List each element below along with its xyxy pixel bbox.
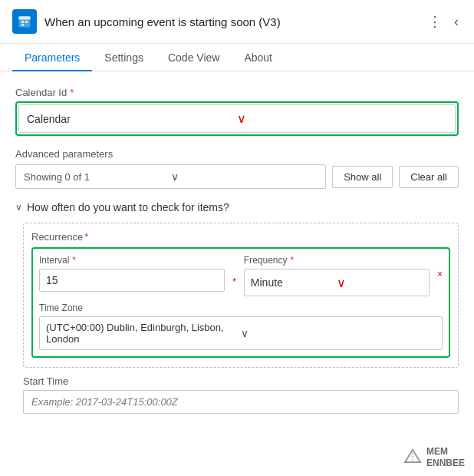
watermark-logo-icon bbox=[402, 447, 423, 468]
watermark-text: MEM ENNBEE bbox=[426, 446, 465, 468]
section-title-text: How often do you want to check for items… bbox=[27, 201, 229, 213]
frequency-col: Frequency * Minute ∨ bbox=[244, 255, 430, 296]
more-icon[interactable]: ⋮ bbox=[425, 12, 445, 31]
calendar-id-group: Calendar Id * Calendar ∨ bbox=[15, 87, 459, 136]
timezone-label: Time Zone bbox=[39, 302, 443, 313]
frequency-required-star: * bbox=[291, 255, 295, 266]
svg-rect-1 bbox=[19, 16, 31, 19]
svg-rect-4 bbox=[21, 24, 24, 26]
tab-about[interactable]: About bbox=[232, 44, 285, 71]
header-actions: ⋮ ‹ bbox=[425, 12, 462, 31]
start-time-input[interactable] bbox=[23, 390, 459, 414]
recurrence-outer-box: Recurrence * Interval * * Frequency * bbox=[23, 223, 459, 368]
tab-settings[interactable]: Settings bbox=[92, 44, 156, 71]
section-chevron-icon: ∨ bbox=[15, 202, 22, 213]
advanced-chevron-icon: ∨ bbox=[171, 170, 318, 183]
watermark: MEM ENNBEE bbox=[402, 446, 465, 468]
show-all-button[interactable]: Show all bbox=[332, 166, 393, 188]
tab-bar: Parameters Settings Code View About bbox=[0, 44, 474, 71]
frequency-chevron-icon: ∨ bbox=[337, 276, 423, 290]
clear-all-button[interactable]: Clear all bbox=[399, 166, 459, 188]
recurrence-label: Recurrence * bbox=[31, 231, 450, 243]
calendar-required-star: * bbox=[70, 87, 74, 98]
tab-code-view[interactable]: Code View bbox=[156, 44, 232, 71]
section-header[interactable]: ∨ How often do you want to check for ite… bbox=[15, 201, 459, 213]
recurrence-required-star: * bbox=[84, 231, 88, 243]
interval-required-star: * bbox=[72, 255, 76, 266]
recurrence-green-box: Interval * * Frequency * Minute ∨ bbox=[31, 247, 450, 358]
timezone-value: (UTC+00:00) Dublin, Edinburgh, Lisbon, L… bbox=[46, 322, 241, 345]
frequency-label: Frequency * bbox=[244, 255, 430, 266]
timezone-dropdown[interactable]: (UTC+00:00) Dublin, Edinburgh, Lisbon, L… bbox=[39, 316, 443, 350]
svg-rect-3 bbox=[25, 21, 28, 23]
app-icon bbox=[12, 9, 37, 34]
frequency-dropdown[interactable]: Minute ∨ bbox=[244, 269, 430, 296]
advanced-label: Advanced parameters bbox=[15, 148, 459, 160]
start-time-section: Start Time bbox=[23, 375, 459, 414]
calendar-id-green-box: Calendar ∨ bbox=[15, 101, 459, 136]
timezone-chevron-icon: ∨ bbox=[241, 327, 436, 339]
app-title: When an upcoming event is starting soon … bbox=[44, 15, 425, 28]
interval-label: Interval * bbox=[39, 255, 225, 266]
start-time-label: Start Time bbox=[23, 375, 459, 387]
frequency-value: Minute bbox=[251, 276, 337, 289]
advanced-showing-label: Showing 0 of 1 bbox=[24, 171, 171, 183]
interval-col: Interval * bbox=[39, 255, 225, 296]
main-content: Calendar Id * Calendar ∨ Advanced parame… bbox=[0, 71, 474, 426]
calendar-id-label: Calendar Id * bbox=[15, 87, 459, 98]
advanced-showing-dropdown[interactable]: Showing 0 of 1 ∨ bbox=[15, 164, 326, 189]
svg-rect-2 bbox=[21, 21, 24, 23]
interval-frequency-row: Interval * * Frequency * Minute ∨ bbox=[39, 255, 443, 296]
app-header: When an upcoming event is starting soon … bbox=[0, 0, 474, 44]
separator-star: * bbox=[232, 255, 236, 296]
tab-parameters[interactable]: Parameters bbox=[12, 44, 92, 71]
back-icon[interactable]: ‹ bbox=[451, 12, 462, 31]
calendar-id-dropdown[interactable]: Calendar ∨ bbox=[18, 104, 456, 133]
advanced-row: Showing 0 of 1 ∨ Show all Clear all bbox=[15, 164, 459, 189]
interval-input[interactable] bbox=[39, 269, 225, 292]
calendar-chevron-icon: ∨ bbox=[237, 111, 447, 126]
timezone-row: Time Zone (UTC+00:00) Dublin, Edinburgh,… bbox=[39, 302, 443, 350]
calendar-id-value: Calendar bbox=[27, 113, 237, 125]
frequency-x-icon[interactable]: × bbox=[437, 255, 443, 296]
advanced-parameters-group: Advanced parameters Showing 0 of 1 ∨ Sho… bbox=[15, 148, 459, 189]
